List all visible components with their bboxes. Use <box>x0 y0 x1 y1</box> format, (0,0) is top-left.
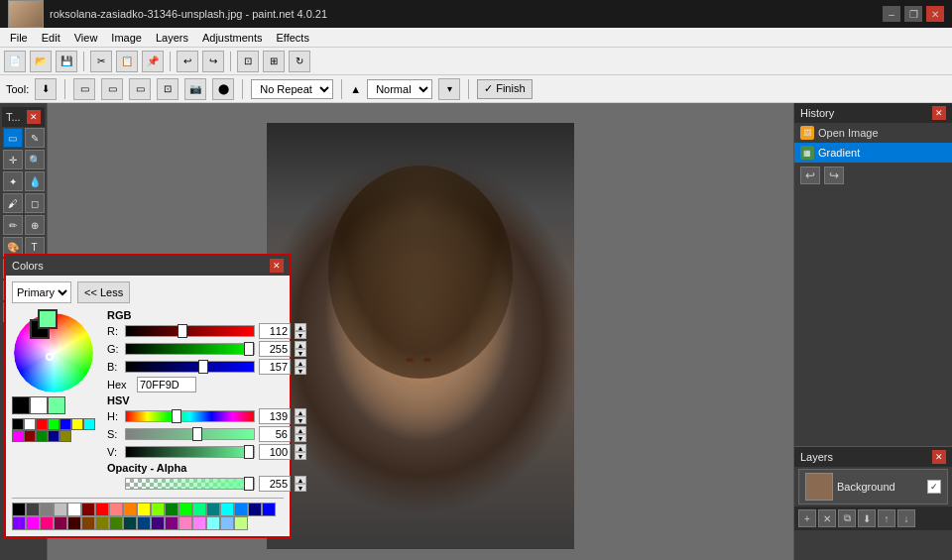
palette-swatch[interactable] <box>178 503 192 516</box>
move-down-layer[interactable]: ↓ <box>897 509 915 527</box>
clone-tool[interactable]: ⊕ <box>25 215 45 235</box>
palette-swatch[interactable] <box>137 503 151 516</box>
del-layer-button[interactable]: ✕ <box>818 509 836 527</box>
copy-button[interactable]: 📋 <box>116 51 138 72</box>
tool-selector[interactable]: ⬇ <box>35 78 57 100</box>
palette-swatch[interactable] <box>95 516 109 530</box>
history-item-open[interactable]: 🖼 Open Image <box>794 123 952 143</box>
opt-btn4[interactable]: ⊡ <box>157 78 178 100</box>
repeat-select[interactable]: No Repeat <box>251 79 333 99</box>
b-spin-up[interactable]: ▲ <box>295 359 306 367</box>
g-spin-down[interactable]: ▼ <box>295 349 306 357</box>
palette-swatch[interactable] <box>12 503 26 516</box>
opt-btn5[interactable]: 📷 <box>184 78 206 100</box>
colors-close[interactable]: ✕ <box>270 259 284 273</box>
opt-btn2[interactable]: ▭ <box>101 78 123 100</box>
r-spin-up[interactable]: ▲ <box>295 323 306 331</box>
canvas-image[interactable] <box>267 123 574 549</box>
history-item-gradient[interactable]: ▦ Gradient <box>794 143 952 163</box>
resize-button[interactable]: ⊞ <box>263 51 285 72</box>
v-slider[interactable] <box>125 446 255 458</box>
palette-swatch[interactable] <box>67 503 81 516</box>
palette-swatch[interactable] <box>192 503 206 516</box>
h-spin-up[interactable]: ▲ <box>295 408 306 416</box>
small-palette-swatch[interactable] <box>36 430 48 442</box>
palette-swatch[interactable] <box>95 503 109 516</box>
opt-btn3[interactable]: ▭ <box>129 78 151 100</box>
palette-swatch[interactable] <box>40 516 54 530</box>
s-slider[interactable] <box>125 428 255 440</box>
black-swatch[interactable] <box>12 396 30 414</box>
palette-swatch[interactable] <box>192 516 206 530</box>
palette-swatch[interactable] <box>234 503 248 516</box>
h-spin-down[interactable]: ▼ <box>295 416 306 424</box>
palette-swatch[interactable] <box>26 503 40 516</box>
small-palette-swatch[interactable] <box>48 430 60 442</box>
v-spin-up[interactable]: ▲ <box>295 444 306 452</box>
tool-panel-close[interactable]: ✕ <box>27 110 41 124</box>
cut-button[interactable]: ✂ <box>90 51 112 72</box>
r-spin-down[interactable]: ▼ <box>295 331 306 339</box>
alpha-spin-down[interactable]: ▼ <box>295 484 306 492</box>
small-palette-swatch[interactable] <box>12 430 24 442</box>
move-up-layer[interactable]: ↑ <box>878 509 895 527</box>
palette-swatch[interactable] <box>109 503 123 516</box>
small-palette-swatch[interactable] <box>12 418 24 430</box>
small-palette-swatch[interactable] <box>83 418 95 430</box>
menu-item-image[interactable]: Image <box>105 30 148 46</box>
maximize-button[interactable]: ❐ <box>904 6 922 22</box>
palette-swatch[interactable] <box>206 503 220 516</box>
rect-select-tool[interactable]: ▭ <box>3 128 23 148</box>
small-palette-swatch[interactable] <box>60 418 71 430</box>
alpha-slider[interactable] <box>125 478 255 490</box>
dup-layer-button[interactable]: ⧉ <box>838 509 856 527</box>
lasso-tool[interactable]: ✎ <box>25 128 45 148</box>
palette-swatch[interactable] <box>248 503 262 516</box>
crop-button[interactable]: ⊡ <box>237 51 259 72</box>
palette-swatch[interactable] <box>206 516 220 530</box>
palette-swatch[interactable] <box>54 516 67 530</box>
g-spin-up[interactable]: ▲ <box>295 341 306 349</box>
r-slider[interactable] <box>125 325 255 337</box>
undo-button[interactable]: ↩ <box>177 51 198 72</box>
small-palette-swatch[interactable] <box>36 418 48 430</box>
primary-select[interactable]: Primary <box>12 281 71 303</box>
small-palette-swatch[interactable] <box>60 430 71 442</box>
color-picker-tool[interactable]: 💧 <box>25 171 45 191</box>
magic-wand-tool[interactable]: ✦ <box>3 171 23 191</box>
history-undo-button[interactable]: ↩ <box>800 167 820 184</box>
palette-swatch[interactable] <box>165 516 178 530</box>
small-palette-swatch[interactable] <box>71 418 83 430</box>
finish-button[interactable]: ✓ Finish <box>477 79 532 99</box>
add-layer-button[interactable]: + <box>798 509 816 527</box>
b-slider[interactable] <box>125 361 255 373</box>
history-close[interactable]: ✕ <box>932 106 946 120</box>
blend-arrow[interactable]: ▾ <box>438 78 460 100</box>
menu-item-adjustments[interactable]: Adjustments <box>196 30 269 46</box>
small-palette-swatch[interactable] <box>48 418 60 430</box>
layer-item-background[interactable]: Background ✓ <box>798 469 948 504</box>
s-spin-down[interactable]: ▼ <box>295 434 306 442</box>
zoom-tool[interactable]: 🔍 <box>25 150 45 169</box>
paste-button[interactable]: 📌 <box>142 51 164 72</box>
palette-swatch[interactable] <box>26 516 40 530</box>
rotate-button[interactable]: ↻ <box>289 51 310 72</box>
menu-item-effects[interactable]: Effects <box>271 30 315 46</box>
palette-swatch[interactable] <box>40 503 54 516</box>
palette-swatch[interactable] <box>81 503 95 516</box>
close-button[interactable]: ✕ <box>926 6 944 22</box>
menu-item-view[interactable]: View <box>68 30 104 46</box>
opt-btn1[interactable]: ▭ <box>73 78 95 100</box>
color-wheel-container[interactable] <box>14 313 101 392</box>
merge-layer-button[interactable]: ⬇ <box>858 509 876 527</box>
hex-input[interactable] <box>137 377 196 392</box>
palette-swatch[interactable] <box>137 516 151 530</box>
pencil-tool[interactable]: ✏ <box>3 215 23 235</box>
move-tool[interactable]: ✛ <box>3 150 23 169</box>
palette-swatch[interactable] <box>123 503 137 516</box>
palette-swatch[interactable] <box>54 503 67 516</box>
palette-swatch[interactable] <box>109 516 123 530</box>
opt-btn6[interactable]: ⬤ <box>212 78 234 100</box>
menu-item-layers[interactable]: Layers <box>150 30 194 46</box>
menu-item-edit[interactable]: Edit <box>36 30 66 46</box>
